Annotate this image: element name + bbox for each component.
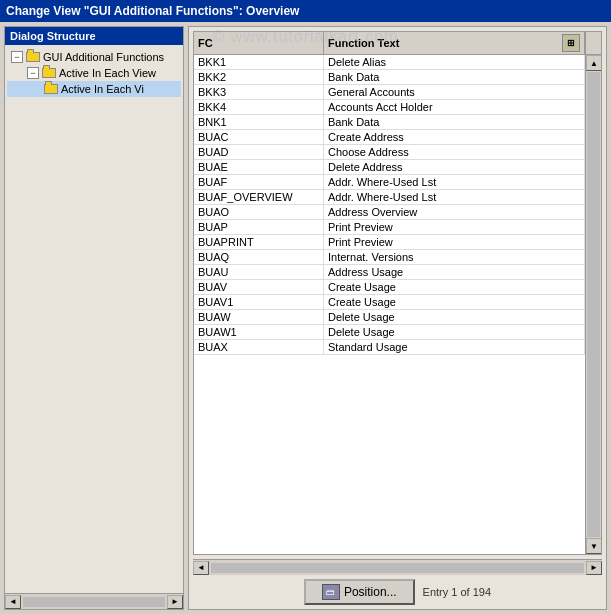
cell-fc: BUAO [194,205,324,219]
cell-ft: Delete Usage [324,310,585,324]
tree-item-gui[interactable]: − GUI Additional Functions [7,49,181,65]
table-body: BKK1Delete AliasBKK2Bank DataBKK3General… [194,55,585,554]
folder-icon-active [41,66,57,80]
tree-label-active-vi: Active In Each Vi [61,83,144,95]
cell-fc: BKK2 [194,70,324,84]
cell-fc: BKK4 [194,100,324,114]
folder-icon-active-vi [43,82,59,96]
title-text: Change View "GUI Additional Functions": … [6,4,299,18]
cell-ft: Choose Address [324,145,585,159]
column-header-fc: FC [194,32,324,54]
table-row[interactable]: BUAOAddress Overview [194,205,585,220]
cell-ft: Address Usage [324,265,585,279]
cell-fc: BUAX [194,340,324,354]
table-row[interactable]: BUAV1Create Usage [194,295,585,310]
vertical-scrollbar: ▲ ▼ [585,55,601,554]
cell-ft: Bank Data [324,115,585,129]
table-header: FC Function Text ⊞ [194,32,601,55]
cell-ft: Bank Data [324,70,585,84]
cell-fc: BUAF_OVERVIEW [194,190,324,204]
left-panel: Dialog Structure − GUI Additional Functi… [4,26,184,610]
cell-ft: Delete Usage [324,325,585,339]
table-row[interactable]: BUAFAddr. Where-Used Lst [194,175,585,190]
cell-fc: BUAU [194,265,324,279]
table-row[interactable]: BKK4Accounts Acct Holder [194,100,585,115]
column-header-ft: Function Text ⊞ [324,32,585,54]
cell-ft: Create Usage [324,295,585,309]
cell-fc: BUAD [194,145,324,159]
cell-ft: Print Preview [324,235,585,249]
table-row[interactable]: BUACCreate Address [194,130,585,145]
table-row[interactable]: BUAW1Delete Usage [194,325,585,340]
cell-ft: Addr. Where-Used Lst [324,175,585,189]
table-row[interactable]: BUAEDelete Address [194,160,585,175]
h-scroll-track[interactable] [211,563,584,573]
tree-label-gui: GUI Additional Functions [43,51,164,63]
cell-fc: BKK1 [194,55,324,69]
table-row[interactable]: BUADChoose Address [194,145,585,160]
left-horizontal-scrollbar: ◄ ► [5,593,183,609]
left-scroll-left-btn[interactable]: ◄ [5,595,21,609]
table-row[interactable]: BNK1Bank Data [194,115,585,130]
cell-fc: BUAV1 [194,295,324,309]
table-row[interactable]: BUAF_OVERVIEWAddr. Where-Used Lst [194,190,585,205]
cell-fc: BUAW1 [194,325,324,339]
position-button-icon: 🗃 [322,584,340,600]
bottom-bar: 🗃 Position... Entry 1 of 194 [189,575,606,609]
cell-fc: BUAC [194,130,324,144]
cell-fc: BUAW [194,310,324,324]
cell-ft: Create Usage [324,280,585,294]
tree-container: − GUI Additional Functions − Active In E… [5,45,183,593]
h-scroll-left-btn[interactable]: ◄ [193,561,209,575]
table-row[interactable]: BKK1Delete Alias [194,55,585,70]
scroll-down-btn[interactable]: ▼ [586,538,601,554]
cell-fc: BUAF [194,175,324,189]
cell-fc: BKK3 [194,85,324,99]
tree-item-active[interactable]: − Active In Each View [7,65,181,81]
tree-item-active-vi[interactable]: Active In Each Vi [7,81,181,97]
cell-fc: BUAE [194,160,324,174]
table-row[interactable]: BUAPPrint Preview [194,220,585,235]
folder-icon-gui [25,50,41,64]
entry-count-text: Entry 1 of 194 [423,586,492,598]
tree-expander-active[interactable]: − [27,67,39,79]
cell-ft: Print Preview [324,220,585,234]
cell-ft: Delete Alias [324,55,585,69]
table-row[interactable]: BUAUAddress Usage [194,265,585,280]
main-container: Dialog Structure − GUI Additional Functi… [0,22,611,614]
column-settings-icon[interactable]: ⊞ [562,34,580,52]
position-button-label: Position... [344,585,397,599]
table-row[interactable]: BUAVCreate Usage [194,280,585,295]
cell-ft: General Accounts [324,85,585,99]
tree-label-active: Active In Each View [59,67,156,79]
cell-ft: Create Address [324,130,585,144]
cell-fc: BNK1 [194,115,324,129]
horizontal-scrollbar: ◄ ► [193,559,602,575]
table-row[interactable]: BUAQInternat. Versions [194,250,585,265]
right-panel: FC Function Text ⊞ BKK1Delete AliasBKK2B… [188,26,607,610]
cell-ft: Internat. Versions [324,250,585,264]
h-scroll-right-btn[interactable]: ► [586,561,602,575]
title-bar: Change View "GUI Additional Functions": … [0,0,611,22]
position-button[interactable]: 🗃 Position... [304,579,415,605]
tree-expander-gui[interactable]: − [11,51,23,63]
table-row[interactable]: BUAXStandard Usage [194,340,585,355]
table-row[interactable]: BKK3General Accounts [194,85,585,100]
cell-fc: BUAP [194,220,324,234]
cell-ft: Accounts Acct Holder [324,100,585,114]
dialog-structure-title: Dialog Structure [5,27,183,45]
scroll-up-btn[interactable]: ▲ [586,55,601,71]
cell-ft: Delete Address [324,160,585,174]
left-scroll-track[interactable] [23,597,165,607]
left-scroll-right-btn[interactable]: ► [167,595,183,609]
cell-fc: BUAQ [194,250,324,264]
cell-fc: BUAV [194,280,324,294]
cell-fc: BUAPRINT [194,235,324,249]
table-row[interactable]: BKK2Bank Data [194,70,585,85]
table-row[interactable]: BUAWDelete Usage [194,310,585,325]
cell-ft: Address Overview [324,205,585,219]
cell-ft: Addr. Where-Used Lst [324,190,585,204]
scroll-track-v[interactable] [587,72,600,537]
cell-ft: Standard Usage [324,340,585,354]
table-row[interactable]: BUAPRINTPrint Preview [194,235,585,250]
